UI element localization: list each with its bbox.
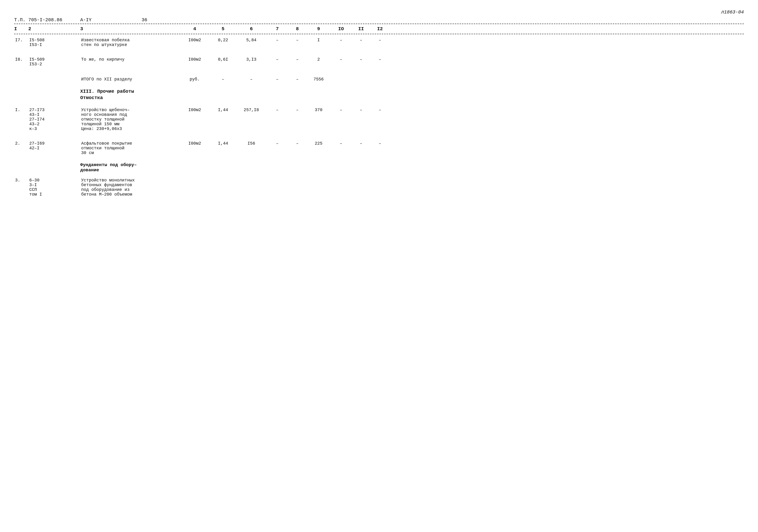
row-17-c7: –: [267, 37, 288, 43]
col-header-3: 3: [80, 26, 179, 32]
itogo-c4: руб.: [179, 77, 210, 82]
col-header-7: 7: [267, 26, 288, 32]
s2-c6: I56: [236, 141, 267, 146]
sub-spacer1: [14, 162, 28, 173]
column-headers: I 2 3 4 5 6 7 8 9 IO II I2: [14, 25, 744, 33]
row-18-c4: I00м2: [179, 57, 210, 62]
s2-c5: I,44: [210, 141, 236, 146]
s1-c4: I00м2: [179, 107, 210, 113]
s1-c12: –: [370, 107, 389, 113]
row-17-num: I7.: [14, 37, 28, 43]
row-17-desc: Известковая побелка стен по штукатурке: [80, 37, 179, 48]
s2-c9: 225: [307, 141, 330, 146]
s1-num: I.: [14, 107, 28, 113]
divider-top-1: [14, 23, 744, 24]
s3-c8: [288, 178, 307, 178]
s2-c8: –: [288, 141, 307, 146]
row-17-c11: –: [352, 37, 370, 43]
itogo-c12: [370, 79, 389, 80]
s3-c12: [370, 178, 389, 178]
col-header-2: 2: [28, 26, 80, 32]
s13b-spacer2: [28, 95, 80, 101]
itogo-c11: [352, 79, 370, 80]
row-18-code: I5-509 I53-2: [28, 57, 80, 67]
s2-c7: –: [267, 141, 288, 146]
s1-c11: –: [352, 107, 370, 113]
section-13-subtitle: Отмостка: [80, 95, 744, 101]
table-row: 2. 27–I69 42–I Асфальтовое покрытие отмо…: [14, 138, 744, 158]
s3-code: 6–30 3–I ССП том I: [28, 178, 80, 197]
s1-c7: –: [267, 107, 288, 113]
col-header-5: 5: [210, 26, 236, 32]
s2-c12: –: [370, 141, 389, 146]
row-18-num: I8.: [14, 57, 28, 62]
row-17-c5: 0,22: [210, 37, 236, 43]
col-header-6: 6: [236, 26, 267, 32]
table-row: I7. I5-508 I53-I Известковая побелка сте…: [14, 35, 744, 50]
row-17-c4: I00м2: [179, 37, 210, 43]
section-13-subtitle-area: Отмостка: [14, 95, 744, 101]
row-18-c6: 3,I3: [236, 57, 267, 62]
s1-code: 27–I73 43–I 27–I74 43–2 к–3: [28, 107, 80, 132]
subsection-title-area: Фундаменты под обору– дование: [14, 162, 744, 173]
header-aiv: А-IY: [80, 17, 127, 23]
page-number: л1863-04: [14, 10, 744, 15]
itogo-c10: [330, 79, 352, 80]
col-header-1: I: [14, 26, 28, 32]
s2-code: 27–I69 42–I: [28, 141, 80, 151]
s3-c5: [210, 178, 236, 178]
row-17-c8: –: [288, 37, 307, 43]
s1-desc: Устройство щебеноч– ного основания под о…: [80, 107, 179, 132]
itogo-c5: –: [210, 77, 236, 82]
row-18-c9: 2: [307, 57, 330, 62]
col-header-10: IO: [330, 26, 352, 32]
col-header-11: II: [352, 26, 370, 32]
s3-num: 3.: [14, 178, 28, 183]
itogo-col1: [14, 79, 28, 80]
table-row: I8. I5-509 I53-2 То же, по кирпичу I00м2…: [14, 54, 744, 69]
row-17-c12: –: [370, 37, 389, 43]
row-18-c10: –: [330, 57, 352, 62]
s3-c7: [267, 178, 288, 178]
divider-top-2: [14, 34, 744, 34]
s3-c11: [352, 178, 370, 178]
header-tp: Т.П. 705-I-208.86: [14, 17, 66, 23]
s2-c11: –: [352, 141, 370, 146]
row-18-c11: –: [352, 57, 370, 62]
s1-c8: –: [288, 107, 307, 113]
itogo-c7: –: [267, 77, 288, 82]
s1-c9: 370: [307, 107, 330, 113]
header-num: 36: [142, 17, 160, 23]
table-row: 3. 6–30 3–I ССП том I Устройство монолит…: [14, 175, 744, 200]
row-18-c8: –: [288, 57, 307, 62]
s13b-spacer1: [14, 95, 28, 101]
table-row: I. 27–I73 43–I 27–I74 43–2 к–3 Устройств…: [14, 105, 744, 134]
row-17-c6: 5,84: [236, 37, 267, 43]
col-header-12: I2: [370, 26, 389, 32]
itogo-c9: 7556: [307, 77, 330, 82]
row-17-c9: I: [307, 37, 330, 43]
s3-c4: [179, 178, 210, 178]
subsection-title: Фундаменты под обору– дование: [80, 162, 744, 173]
s3-c9: [307, 178, 330, 178]
sub-spacer2: [28, 162, 80, 173]
s13-spacer1: [14, 89, 28, 94]
section-13-title: XIII. Прочие работы: [80, 89, 744, 94]
row-18-c12: –: [370, 57, 389, 62]
s1-c6: 257,I8: [236, 107, 267, 113]
itogo-c8: –: [288, 77, 307, 82]
header-row: Т.П. 705-I-208.86 А-IY 36: [14, 17, 744, 23]
itogo-row: ИТОГО по XII разделу руб. – – – – 7556: [14, 74, 744, 84]
row-17-c10: –: [330, 37, 352, 43]
s1-c10: –: [330, 107, 352, 113]
s13-spacer2: [28, 89, 80, 94]
s3-c6: [236, 178, 267, 178]
itogo-col2: [28, 79, 80, 80]
row-17-code: I5-508 I53-I: [28, 37, 80, 48]
s3-c10: [330, 178, 352, 178]
col-header-9: 9: [307, 26, 330, 32]
s2-num: 2.: [14, 141, 28, 146]
row-18-c7: –: [267, 57, 288, 62]
s2-c4: I00м2: [179, 141, 210, 146]
section-13-title-area: XIII. Прочие работы: [14, 89, 744, 94]
